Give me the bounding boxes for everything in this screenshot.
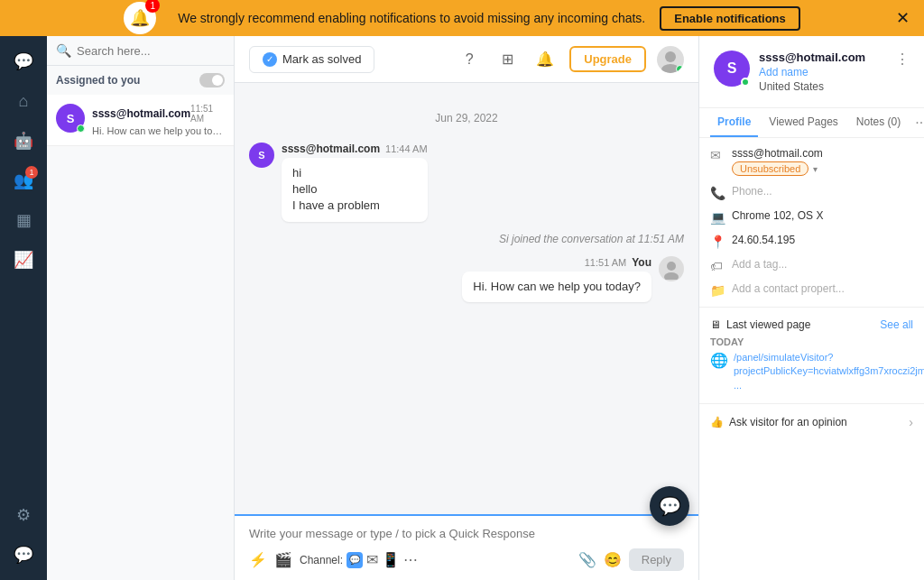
profile-field-contact: 📁 Add a contact propert... (710, 282, 913, 298)
mark-solved-button[interactable]: ✓ Mark as solved (249, 46, 374, 73)
profile-field-tag: 🏷 Add a tag... (710, 258, 913, 273)
share-icon-button[interactable]: ⊞ (494, 46, 521, 73)
tag-field-placeholder[interactable]: Add a tag... (732, 258, 913, 271)
visitor-msg-time: 11:44 AM (385, 143, 427, 154)
last-viewed-title: 🖥 Last viewed page (710, 318, 810, 331)
page-link-icon: 🌐 (710, 351, 728, 371)
profile-add-name-link[interactable]: Add name (759, 66, 886, 78)
tab-notes[interactable]: Notes (0) (849, 108, 908, 137)
profile-email: ssss@hotmail.com (759, 51, 886, 64)
checkmark-icon: ✓ (263, 52, 277, 67)
chat-area: ✓ Mark as solved ? ⊞ 🔔 Upgrade Jun 29, (235, 36, 698, 580)
visitor-opinion-section[interactable]: 👍 Ask visitor for an opinion › (699, 403, 924, 440)
chat-header-actions: ? ⊞ 🔔 Upgrade (456, 46, 684, 73)
sidebar-item-active-chat[interactable]: 💬 (5, 537, 42, 573)
phone-field-icon: 📞 (710, 186, 725, 200)
notification-bar: 🔔 1 We strongly recommend enabling notif… (0, 0, 924, 36)
conversation-item[interactable]: S ssss@hotmail.com 11:51 AM Hi. How can … (47, 95, 234, 146)
see-all-button[interactable]: See all (880, 318, 913, 331)
thumbs-up-icon: 👍 (710, 416, 724, 428)
phone-field-placeholder[interactable]: Phone... (732, 185, 913, 198)
last-viewed-section: 🖥 Last viewed page See all TODAY 🌐 /pane… (699, 307, 924, 403)
search-input[interactable] (77, 44, 225, 58)
conv-info: ssss@hotmail.com 11:51 AM Hi. How can we… (92, 104, 225, 136)
upgrade-button[interactable]: Upgrade (569, 46, 646, 72)
gif-icon[interactable]: 🎬 (274, 551, 292, 568)
svg-point-2 (667, 262, 676, 271)
toolbar-right: 📎 😊 Reply (578, 548, 684, 571)
tab-profile[interactable]: Profile (710, 108, 758, 137)
right-panel: S ssss@hotmail.com Add name United State… (698, 36, 924, 580)
channel-selector[interactable]: Channel: 💬 ✉ 📱 ⋯ (300, 551, 418, 568)
channel-type-icon: 💬 (346, 552, 363, 568)
visitor-msg-avatar: S (249, 143, 274, 168)
sidebar: 💬 ⌂ 🤖 👥 1 ▦ 📈 ⚙ 💬 (0, 36, 47, 580)
notification-icon: 🔔 1 (124, 2, 156, 34)
agent-avatar (657, 46, 684, 73)
sidebar-item-analytics[interactable]: 📈 (5, 242, 42, 278)
notifications-icon-button[interactable]: 🔔 (531, 46, 559, 73)
contact-field-icon: 📁 (710, 283, 725, 298)
sidebar-item-reports[interactable]: ▦ (5, 202, 42, 238)
profile-field-ip: 📍 24.60.54.195 (710, 234, 913, 249)
phone-channel-icon: 📱 (382, 551, 400, 568)
chat-messages: Jun 29, 2022 S ssss@hotmail.com 11:44 AM… (235, 83, 698, 514)
browser-field-value: Chrome 102, OS X (732, 209, 913, 222)
enable-notifications-button[interactable]: Enable notifications (660, 6, 800, 31)
send-button[interactable]: Reply (629, 548, 684, 571)
visitor-message-group: S ssss@hotmail.com 11:44 AM hihelloI hav… (249, 143, 684, 222)
badge-dropdown[interactable]: ▾ (813, 164, 818, 174)
toolbar-left: ⚡ 🎬 Channel: 💬 ✉ 📱 ⋯ (249, 551, 418, 568)
message-input[interactable] (249, 527, 684, 540)
conv-online-dot (77, 124, 85, 133)
contacts-badge: 1 (25, 166, 38, 179)
agent-msg-sender: You (632, 256, 651, 269)
profile-avatar: S (714, 51, 750, 87)
conversations-panel: 🔍 Assigned to you S ssss@hotmail.com 11:… (47, 36, 235, 580)
visitor-msg-content: ssss@hotmail.com 11:44 AM hihelloI have … (282, 143, 428, 222)
help-icon-button[interactable]: ? (456, 46, 483, 73)
date-divider: Jun 29, 2022 (249, 112, 684, 124)
contact-field-placeholder[interactable]: Add a contact propert... (732, 282, 913, 295)
agent-online-dot (676, 65, 684, 73)
browser-field-icon: 💻 (710, 210, 725, 225)
conv-time: 11:51 AM (190, 104, 225, 124)
profile-tabs-more-button[interactable]: ··· (911, 111, 924, 134)
conv-email: ssss@hotmail.com (92, 107, 190, 120)
profile-tabs: Profile Viewed Pages Notes (0) ··· (699, 108, 924, 138)
sidebar-item-home[interactable]: ⌂ (5, 83, 42, 119)
profile-settings-button[interactable]: ⋮ (895, 51, 910, 68)
live-chat-fab[interactable]: 💬 (650, 486, 689, 526)
sidebar-item-contacts[interactable]: 👥 1 (5, 162, 42, 198)
conv-preview: Hi. How can we help you today? (92, 125, 225, 136)
close-notification-button[interactable]: ✕ (896, 8, 910, 28)
ip-field-value: 24.60.54.195 (732, 234, 913, 246)
agent-msg-time: 11:51 AM (585, 257, 626, 268)
assigned-toggle[interactable] (199, 73, 225, 87)
agent-msg-bubble: Hi. How can we help you today? (462, 272, 651, 302)
notification-message: We strongly recommend enabling notificat… (178, 11, 645, 25)
profile-field-email: ✉ ssss@hotmail.com Unsubscribed ▾ (710, 147, 913, 176)
profile-info: ssss@hotmail.com Add name United States (759, 51, 886, 93)
email-field-icon: ✉ (710, 148, 725, 162)
chat-input-toolbar: ⚡ 🎬 Channel: 💬 ✉ 📱 ⋯ 📎 😊 Reply (249, 548, 684, 571)
visitor-msg-sender: ssss@hotmail.com (282, 143, 380, 155)
unsubscribed-badge[interactable]: Unsubscribed (732, 161, 808, 176)
sidebar-item-bot[interactable]: 🤖 (5, 123, 42, 159)
profile-country: United States (759, 80, 886, 93)
agent-msg-content: You 11:51 AM Hi. How can we help you tod… (462, 256, 651, 302)
chat-header: ✓ Mark as solved ? ⊞ 🔔 Upgrade (235, 36, 698, 83)
tag-field-icon: 🏷 (710, 259, 725, 273)
profile-fields: ✉ ssss@hotmail.com Unsubscribed ▾ 📞 Phon… (699, 138, 924, 307)
conv-avatar: S (56, 104, 85, 133)
tab-viewed-pages[interactable]: Viewed Pages (762, 108, 845, 137)
sidebar-item-chat[interactable]: 💬 (5, 43, 42, 79)
sidebar-item-settings[interactable]: ⚙ (5, 497, 42, 533)
more-channel-icon: ⋯ (403, 551, 418, 568)
attachment-btn[interactable]: 📎 (578, 551, 596, 568)
profile-online-dot (741, 78, 750, 87)
attachment-icon[interactable]: ⚡ (249, 551, 267, 568)
emoji-btn[interactable]: 😊 (604, 551, 622, 568)
last-viewed-page-link[interactable]: 🌐 /panel/simulateVisitor?projectPublicKe… (710, 351, 913, 392)
svg-point-3 (664, 272, 679, 280)
